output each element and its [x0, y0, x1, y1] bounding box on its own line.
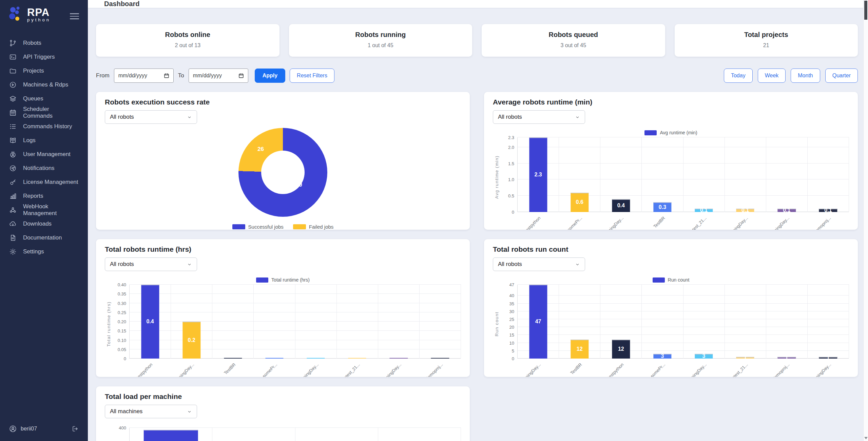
x-tick-label: newdemoproj... [419, 362, 444, 377]
sidebar-item-webhook-management[interactable]: WebHook Management [0, 203, 88, 217]
sidebar-item-api-triggers[interactable]: API Triggers [0, 50, 88, 64]
chart-title: Robots execution success rate [105, 98, 461, 106]
y-tick-label: 0.10 [118, 338, 126, 343]
scrollbar-down-arrow-icon[interactable] [864, 437, 868, 439]
sidebar-item-reports[interactable]: Reports [0, 189, 88, 203]
x-tick-label: learningDay... [602, 215, 625, 230]
legend-swatch [232, 224, 245, 229]
plot-area [129, 428, 461, 441]
robots-filter-select[interactable]: All robots [105, 110, 197, 124]
scrollbar[interactable] [863, 0, 868, 441]
donut-wrap: 8026Successful jobsFailed jobs [105, 128, 461, 230]
bar-value-label: 0.1 [824, 207, 832, 213]
y-tick-label: 40 [509, 293, 514, 298]
x-tick-label: MyAwesomePr... [556, 215, 583, 230]
range-button-week[interactable]: Week [758, 69, 786, 83]
robots-filter-select[interactable]: All robots [105, 257, 197, 271]
sidebar-item-queues[interactable]: Queues [0, 92, 88, 106]
robots-filter-select[interactable]: All robots [493, 257, 585, 271]
chevron-down-icon [187, 262, 192, 267]
calendar-icon[interactable] [238, 73, 244, 78]
bar-value-label: 0.1 [700, 207, 708, 213]
y-tick-label: 2.3 [508, 135, 514, 140]
scrollbar-thumb[interactable] [864, 1, 867, 20]
page-title: Dashboard [104, 0, 139, 8]
y-axis: 400 [112, 428, 129, 441]
legend-label: Avg runtime (min) [660, 130, 697, 135]
sidebar-item-notifications[interactable]: Notifications [0, 161, 88, 175]
x-tick-label: testpython [606, 362, 624, 377]
legend-swatch [644, 130, 657, 135]
legend-swatch [653, 277, 665, 283]
stat-value: 21 [675, 42, 858, 49]
select-value: All machines [110, 408, 142, 415]
stats-row: Robots online2 out of 13Robots running1 … [96, 24, 858, 57]
stat-title: Total projects [675, 31, 858, 39]
sidebar-item-commands-history[interactable]: Commands History [0, 119, 88, 133]
select-value: All robots [498, 261, 522, 268]
robots-filter-select[interactable]: All robots [493, 110, 585, 124]
stat-title: Robots queued [482, 31, 665, 39]
sidebar-item-projects[interactable]: Projects [0, 64, 88, 78]
sidebar-item-robots[interactable]: Robots [0, 36, 88, 50]
success-rate-card: Robots execution success rate All robots… [96, 92, 470, 230]
y-tick-label: 25 [509, 317, 514, 322]
bar-chart: Total runtime (hrs)00.050.100.150.200.25… [105, 285, 461, 377]
y-tick-label: 20 [509, 325, 514, 330]
machines-rdps-icon [9, 81, 17, 89]
sidebar-item-settings[interactable]: Settings [0, 245, 88, 258]
range-button-quarter[interactable]: Quarter [825, 69, 858, 83]
chart-title: Total load per machine [105, 392, 461, 401]
bar-value-label: 0.2 [188, 337, 195, 343]
topbar: Dashboard [88, 0, 868, 8]
reset-filters-button[interactable]: Reset Filters [290, 69, 334, 83]
x-tick-label: learningDay... [172, 362, 195, 377]
plot-area: 2.30.60.40.30.10.10.10.1 [517, 137, 849, 212]
scheduler-commands-icon [9, 109, 17, 116]
stat-card-total-projects: Total projects21 [675, 24, 858, 57]
settings-icon [9, 248, 17, 255]
range-button-today[interactable]: Today [724, 69, 753, 83]
documentation-icon [9, 234, 17, 242]
sidebar-item-license-management[interactable]: License Management [0, 175, 88, 189]
stat-card-robots-running: Robots running1 out of 45 [289, 24, 472, 57]
select-value: All robots [110, 114, 134, 120]
chart-title: Total robots run count [493, 245, 849, 253]
sidebar-item-label: API Triggers [23, 54, 55, 60]
from-date-input[interactable]: mm/dd/yyyy [114, 69, 174, 83]
total-runtime-card: Total robots runtime (hrs) All robots To… [96, 239, 470, 377]
bar-chart: Run count05101520253035404747121233111le… [493, 285, 849, 377]
sidebar-item-label: Downloads [23, 220, 52, 227]
range-button-month[interactable]: Month [791, 69, 820, 83]
run-count-card: Total robots run count All robots Run co… [484, 239, 858, 377]
sidebar-item-documentation[interactable]: Documentation [0, 231, 88, 245]
y-tick-label: 0.35 [118, 291, 126, 296]
chevron-down-icon [187, 115, 192, 120]
x-tick-label: llmtest_21... [341, 362, 361, 377]
x-tick-label: llmtest_21... [687, 215, 708, 230]
bar [143, 430, 198, 441]
total-runtime-bar-chart: Total runtime (hrs)Total runtime (hrs)00… [105, 276, 461, 377]
sidebar-item-logs[interactable]: Logs [0, 133, 88, 147]
bar-value-label: 1 [827, 355, 830, 361]
user-management-icon [9, 151, 17, 158]
hamburger-menu-icon[interactable] [69, 10, 80, 22]
donut: 8026 [238, 128, 327, 217]
x-tick-label: learningDay... [726, 215, 749, 230]
sidebar-item-scheduler-commands[interactable]: Scheduler Commands [0, 106, 88, 119]
calendar-icon[interactable] [164, 73, 169, 78]
category-cell: 12 [559, 285, 600, 359]
sidebar-item-user-management[interactable]: User Management [0, 147, 88, 161]
to-date-input[interactable]: mm/dd/yyyy [189, 69, 248, 83]
select-value: All robots [110, 261, 134, 268]
avg-runtime-bar-chart: Avg runtime (min)Avg runtime (min)00.51.… [493, 129, 849, 230]
username: berii07 [21, 426, 37, 432]
y-tick-label: 0.25 [118, 310, 126, 315]
sidebar-item-machines-rdps[interactable]: Machines & Rdps [0, 78, 88, 92]
bar-value-label: 0.1 [783, 207, 790, 213]
machines-filter-select[interactable]: All machines [105, 405, 197, 418]
notifications-icon [9, 165, 17, 172]
logout-icon[interactable] [72, 425, 79, 433]
sidebar-item-downloads[interactable]: Downloads [0, 217, 88, 231]
apply-button[interactable]: Apply [255, 69, 285, 83]
